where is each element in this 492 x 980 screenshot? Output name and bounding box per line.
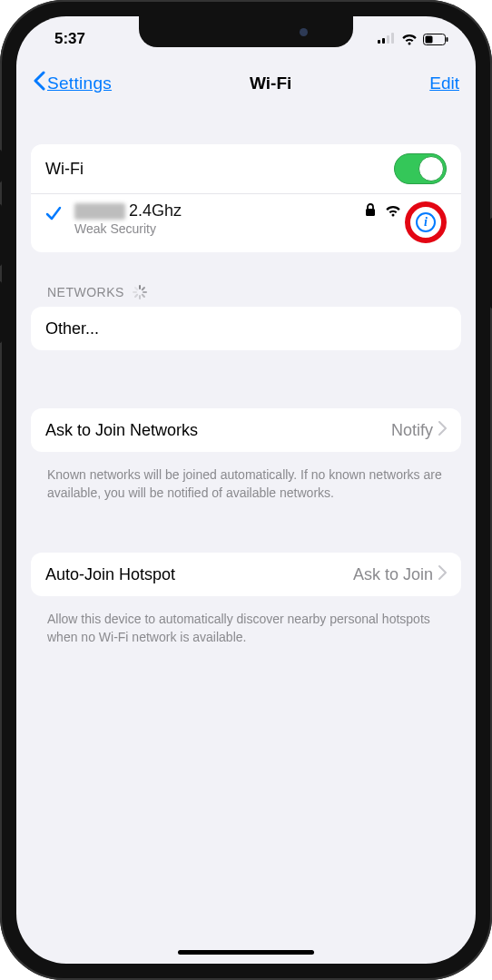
ask-to-join-label: Ask to Join Networks <box>45 421 391 440</box>
chevron-right-icon <box>438 565 447 583</box>
other-network-row[interactable]: Other... <box>31 307 461 350</box>
ask-to-join-footer: Known networks will be joined automatica… <box>31 459 461 502</box>
ask-to-join-value: Notify <box>391 421 433 440</box>
svg-rect-5 <box>426 35 433 43</box>
notch <box>139 16 353 47</box>
wifi-signal-icon <box>385 204 401 220</box>
wifi-label: Wi-Fi <box>45 160 394 179</box>
connected-network-info: 2.4Ghz Weak Security <box>74 201 365 236</box>
cellular-icon <box>378 30 396 48</box>
back-label: Settings <box>47 74 112 93</box>
content: Wi-Fi 2.4Ghz Weak Security <box>16 144 476 646</box>
checkmark-icon <box>45 205 62 225</box>
svg-rect-3 <box>391 33 394 44</box>
page-title: Wi-Fi <box>250 74 291 93</box>
network-name-redacted <box>74 203 125 220</box>
auto-hotspot-label: Auto-Join Hotspot <box>45 565 353 584</box>
connected-network-row[interactable]: 2.4Ghz Weak Security i <box>31 194 461 252</box>
edit-button[interactable]: Edit <box>429 74 459 93</box>
auto-hotspot-value: Ask to Join <box>353 565 433 584</box>
ask-to-join-row[interactable]: Ask to Join Networks Notify <box>31 408 461 452</box>
loading-spinner-icon <box>132 285 146 299</box>
phone-frame: 5:37 Settings Wi-Fi <box>0 0 492 980</box>
volume-down-button <box>0 281 2 343</box>
back-button[interactable]: Settings <box>33 71 112 95</box>
nav-bar: Settings Wi-Fi Edit <box>16 62 476 108</box>
networks-card: Other... <box>31 307 461 350</box>
chevron-left-icon <box>33 71 45 95</box>
mute-switch <box>0 150 2 182</box>
svg-rect-6 <box>447 37 448 42</box>
network-status-icons <box>365 203 401 220</box>
chevron-right-icon <box>438 421 447 439</box>
volume-up-button <box>0 204 2 266</box>
auto-hotspot-footer: Allow this device to automatically disco… <box>31 603 461 646</box>
status-icons <box>378 30 448 48</box>
svg-rect-0 <box>378 40 380 44</box>
ask-to-join-card: Ask to Join Networks Notify <box>31 408 461 452</box>
battery-icon <box>423 34 448 45</box>
info-button-highlight: i <box>405 201 447 243</box>
svg-rect-7 <box>366 209 375 216</box>
home-indicator[interactable] <box>178 950 314 955</box>
networks-header-label: NETWORKS <box>47 285 124 299</box>
wifi-card: Wi-Fi 2.4Ghz Weak Security <box>31 144 461 252</box>
svg-rect-1 <box>382 38 385 44</box>
screen: 5:37 Settings Wi-Fi <box>16 16 476 964</box>
svg-rect-2 <box>387 35 389 44</box>
auto-hotspot-card: Auto-Join Hotspot Ask to Join <box>31 553 461 596</box>
wifi-icon <box>401 34 418 45</box>
auto-hotspot-row[interactable]: Auto-Join Hotspot Ask to Join <box>31 553 461 596</box>
network-subtitle: Weak Security <box>74 221 365 236</box>
camera-dot <box>300 28 308 36</box>
networks-header: NETWORKS <box>31 260 461 307</box>
lock-icon <box>365 203 376 220</box>
wifi-toggle[interactable] <box>394 153 447 184</box>
other-label: Other... <box>45 319 447 338</box>
network-name-suffix: 2.4Ghz <box>129 201 182 220</box>
info-icon[interactable]: i <box>416 212 436 232</box>
toggle-knob <box>418 156 444 181</box>
wifi-toggle-row[interactable]: Wi-Fi <box>31 144 461 194</box>
status-time: 5:37 <box>44 30 85 48</box>
